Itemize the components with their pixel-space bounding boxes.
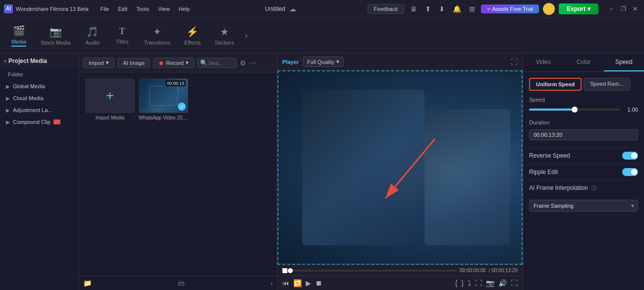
more-controls-icon[interactable]: ⛶: [511, 279, 518, 287]
uniform-speed-tab[interactable]: Uniform Speed: [529, 78, 582, 91]
title-right: Feedback 🖥 ⬆ ⬇ 🔔 ⊞ ♥ Assets Free Trial E…: [368, 3, 640, 15]
adjustment-chevron: ▶: [6, 108, 10, 113]
mark-out-button[interactable]: }: [461, 279, 464, 287]
new-folder-icon[interactable]: 🗁: [178, 279, 185, 287]
volume-button[interactable]: 🔊: [498, 279, 507, 287]
stop-button[interactable]: ⏹: [315, 279, 322, 287]
tab-titles[interactable]: T Titles: [107, 22, 137, 49]
speed-slider-fill: [529, 109, 575, 111]
right-panel-content: Uniform Speed Speed Ram... Speed 1.00 Du…: [523, 72, 644, 290]
play-button[interactable]: ▶: [306, 279, 311, 287]
add-folder-icon[interactable]: 📁: [83, 279, 92, 287]
reverse-speed-label: Reverse Speed: [529, 152, 570, 159]
video-area: [277, 70, 523, 265]
speed-slider[interactable]: [529, 109, 620, 111]
duration-badge: 00:00:13: [165, 80, 186, 86]
collapse-panel-icon[interactable]: ‹: [270, 279, 273, 287]
more-options-icon[interactable]: ⋯: [249, 59, 256, 67]
player-progress-thumb: [288, 268, 293, 273]
folder-item[interactable]: Folder: [0, 68, 79, 80]
tab-video-properties[interactable]: Video: [523, 54, 563, 71]
mark-in-button[interactable]: {: [455, 279, 458, 287]
frame-sampling-row: Frame Sampling: [529, 200, 638, 212]
record-dot-icon: ⏺: [159, 60, 164, 66]
tab-stickers[interactable]: ★ Stickers: [208, 22, 241, 50]
filter-icon[interactable]: ⚙: [240, 59, 246, 67]
ripple-edit-toggle-thumb: [631, 169, 637, 175]
menu-view[interactable]: View: [154, 5, 174, 13]
ripple-edit-toggle[interactable]: [622, 168, 638, 176]
menu-tools[interactable]: Tools: [132, 5, 153, 13]
app-logo: AI Wondershare Filmora 13 Beta: [4, 4, 89, 13]
prev-frame-button[interactable]: ⏮: [282, 279, 289, 287]
quality-selector[interactable]: Full Quality ▾: [303, 57, 344, 67]
feedback-button[interactable]: Feedback: [368, 4, 404, 14]
export-label: Export: [567, 5, 586, 12]
compound-clip-section[interactable]: ▶ Compound Clip: [0, 116, 79, 128]
menu-file[interactable]: File: [97, 5, 113, 13]
frame-sampling-select[interactable]: Frame Sampling: [529, 200, 638, 212]
tab-stock-media[interactable]: 📷 Stock Media: [34, 22, 78, 50]
insert-button[interactable]: ⤵: [468, 279, 471, 287]
record-button[interactable]: ⏺ Record ▾: [153, 58, 194, 68]
grid-icon[interactable]: ⊞: [467, 4, 477, 14]
record-chevron: ▾: [186, 59, 189, 66]
loop-button[interactable]: 🔁: [293, 279, 302, 287]
global-media-section[interactable]: ▶ Global Media: [0, 80, 79, 92]
tabs-expand-button[interactable]: ›: [241, 27, 251, 44]
video-media-item[interactable]: 00:00:13 ✓ WhatsApp Video 2023-10-05...: [139, 78, 188, 270]
tab-speed-properties[interactable]: Speed: [604, 54, 644, 71]
tab-transitions[interactable]: ✦ Transitions: [137, 22, 177, 50]
screenshot-button[interactable]: 📷: [486, 279, 494, 287]
import-media-item[interactable]: + Import Media: [85, 78, 135, 270]
effects-tab-icon: ⚡: [186, 26, 199, 38]
global-media-label: Global Media: [13, 83, 45, 89]
tab-color-properties[interactable]: Color: [563, 54, 603, 71]
speed-ramp-tab[interactable]: Speed Ram...: [584, 78, 630, 91]
speed-slider-row: 1.00: [529, 107, 638, 113]
screen-mirror-icon[interactable]: 🖥: [408, 4, 419, 14]
export-button[interactable]: Export ▾: [559, 3, 598, 14]
title-bar: AI Wondershare Filmora 13 Beta File Edit…: [0, 0, 644, 18]
speed-slider-thumb: [572, 107, 578, 113]
close-button[interactable]: ✕: [630, 4, 640, 14]
cloud-upload-icon[interactable]: ⬆: [423, 4, 433, 14]
menu-edit[interactable]: Edit: [114, 5, 131, 13]
global-media-chevron: ▶: [6, 84, 10, 89]
speed-section-label: Speed: [529, 97, 638, 103]
minimize-button[interactable]: −: [606, 4, 616, 14]
player-progress-bar[interactable]: [290, 270, 457, 272]
cloud-media-chevron: ▶: [6, 96, 10, 101]
svg-line-1: [385, 139, 435, 198]
audio-tab-icon: 🎵: [86, 26, 99, 38]
cloud-sync-icon[interactable]: ☁: [289, 5, 296, 13]
ai-interpolation-info-icon[interactable]: ⓘ: [591, 185, 597, 191]
right-panel: Video Color Speed Uniform Speed Speed Ra…: [523, 54, 644, 290]
check-badge: ✓: [178, 103, 186, 111]
adjustment-layer-section[interactable]: ▶ Adjustment La...: [0, 104, 79, 116]
progress-dot: [282, 268, 287, 273]
snap-button[interactable]: ⛶: [475, 279, 482, 287]
duration-input[interactable]: [529, 129, 638, 140]
reverse-speed-toggle[interactable]: [622, 152, 638, 160]
download-icon[interactable]: ⬇: [437, 4, 447, 14]
theme-toggle-button[interactable]: [543, 3, 555, 15]
media-browser: Import ▾ AI Image ⏺ Record ▾ 🔍 ⚙ ⋯ +: [79, 54, 277, 290]
adjustment-label: Adjustment La...: [13, 107, 53, 113]
notification-icon[interactable]: 🔔: [451, 4, 463, 14]
assets-trial-button[interactable]: ♥ Assets Free Trial: [481, 4, 539, 13]
cloud-media-section[interactable]: ▶ Cloud Media: [0, 92, 79, 104]
tab-media[interactable]: 🎬 Media: [4, 21, 34, 51]
speed-tabs: Uniform Speed Speed Ram...: [529, 78, 638, 91]
ripple-edit-label: Ripple Edit: [529, 169, 558, 175]
import-button[interactable]: Import ▾: [83, 58, 114, 68]
tab-effects[interactable]: ⚡ Effects: [177, 22, 208, 50]
menu-help[interactable]: Help: [175, 5, 194, 13]
cloud-media-label: Cloud Media: [13, 95, 44, 101]
ai-image-button[interactable]: AI Image: [117, 58, 150, 68]
export-chevron-icon: ▾: [588, 5, 590, 12]
media-tab-label: Media: [11, 39, 26, 47]
screen-view-icon[interactable]: ⛶: [511, 58, 518, 66]
tab-audio[interactable]: 🎵 Audio: [78, 22, 107, 50]
restore-button[interactable]: ❐: [618, 4, 628, 14]
